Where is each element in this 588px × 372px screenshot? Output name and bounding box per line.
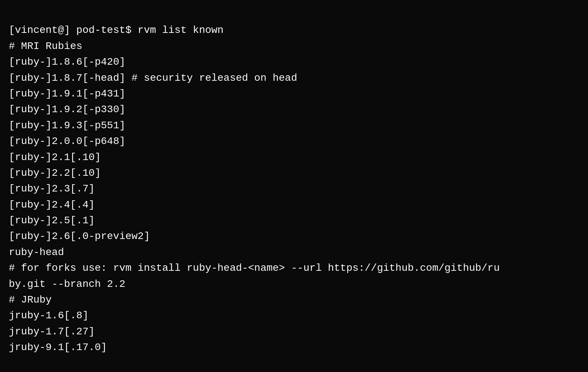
ruby-191: [ruby-]1.9.1[-p431] [9, 86, 579, 102]
jruby-91: jruby-9.1[.17.0] [9, 339, 579, 355]
ruby-25: [ruby-]2.5[.1] [9, 213, 579, 228]
prompt-line: [vincent@] pod-test$ rvm list known [9, 22, 579, 38]
ruby-21: [ruby-]2.1[.10] [9, 149, 579, 165]
jruby-17: jruby-1.7[.27] [9, 324, 579, 339]
mri-header: # MRI Rubies [9, 38, 579, 54]
ruby-186: [ruby-]1.8.6[-p420] [9, 54, 579, 70]
ruby-23: [ruby-]2.3[.7] [9, 181, 579, 197]
ruby-head: ruby-head [9, 244, 579, 260]
ruby-187: [ruby-]1.8.7[-head] # security released … [9, 70, 579, 86]
ruby-24: [ruby-]2.4[.4] [9, 197, 579, 213]
ruby-26: [ruby-]2.6[.0-preview2] [9, 228, 579, 244]
jruby-16: jruby-1.6[.8] [9, 308, 579, 323]
terminal-window: [vincent@] pod-test$ rvm list known# MRI… [9, 7, 579, 356]
forks-cont: by.git --branch 2.2 [9, 276, 579, 292]
ruby-192: [ruby-]1.9.2[-p330] [9, 102, 579, 117]
forks-comment: # for forks use: rvm install ruby-head-<… [9, 260, 579, 276]
jruby-header: # JRuby [9, 292, 579, 308]
ruby-193: [ruby-]1.9.3[-p551] [9, 118, 579, 133]
ruby-22: [ruby-]2.2[.10] [9, 165, 579, 181]
ruby-200: [ruby-]2.0.0[-p648] [9, 133, 579, 149]
